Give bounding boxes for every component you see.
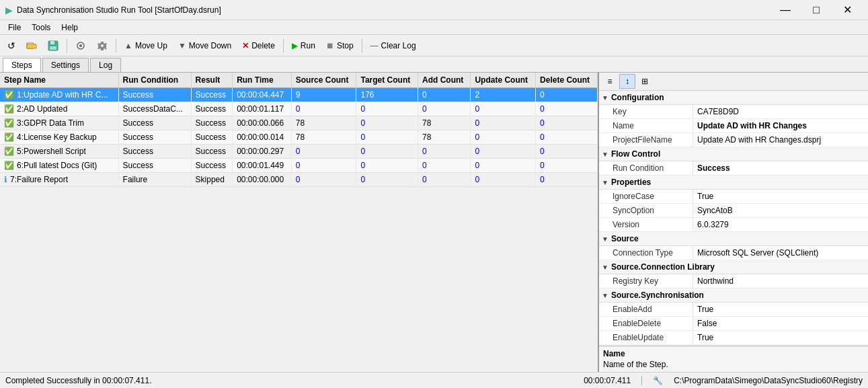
cell-source-count: 78: [291, 130, 356, 145]
save-button[interactable]: [43, 38, 63, 54]
status-separator: [641, 376, 642, 385]
properties-toolbar: ≡ ↕ ⊞: [599, 73, 868, 91]
prop-row: EnableUpdate True: [599, 331, 868, 345]
maximize-button[interactable]: □: [801, 0, 832, 20]
cell-add-count: 0: [418, 159, 471, 173]
run-label: Run: [301, 41, 315, 50]
table-row[interactable]: ✅2:AD Updated SuccessDataC... Success 00…: [0, 102, 598, 116]
table-row[interactable]: ✅6:Pull latest Docs (Git) Success Succes…: [0, 159, 598, 173]
cell-delete-count: 0: [536, 88, 598, 102]
section-title: Source.Connection Library: [611, 262, 715, 272]
move-up-label: Move Up: [135, 41, 167, 50]
prop-value: Update AD with HR Changes.dsprj: [693, 133, 868, 147]
cell-target-count: 0: [356, 116, 418, 130]
section-title: Source: [611, 234, 639, 243]
prop-sort-button[interactable]: ↕: [619, 74, 635, 89]
cell-name: ✅1:Update AD with HR C...: [0, 88, 118, 102]
move-up-button[interactable]: ▲ Move Up: [120, 38, 172, 53]
table-row[interactable]: ✅1:Update AD with HR C... Success Succes…: [0, 88, 598, 102]
delete-icon: ✕: [242, 41, 249, 50]
table-row[interactable]: ✅4:License Key Backup Success Success 00…: [0, 130, 598, 145]
table-row[interactable]: ✅3:GDPR Data Trim Success Success 00:00:…: [0, 116, 598, 130]
prop-grid-button[interactable]: ⊞: [637, 74, 653, 89]
cell-run-time: 00:00:01.117: [233, 102, 292, 116]
section-flow-control[interactable]: ▼ Flow Control: [599, 147, 868, 161]
run-button[interactable]: ▶ Run: [287, 38, 320, 53]
delete-button[interactable]: ✕ Delete: [237, 38, 280, 53]
section-label: ▼ Flow Control: [599, 147, 868, 161]
section-source[interactable]: ▼ Source: [599, 232, 868, 246]
prop-row: Key CA7E8D9D: [599, 105, 868, 119]
config-button[interactable]: [92, 38, 112, 54]
section-configuration[interactable]: ▼ Configuration: [599, 91, 868, 105]
properties-button[interactable]: [71, 38, 91, 54]
section-source-synchronisation[interactable]: ▼ Source.Synchronisation: [599, 288, 868, 303]
menu-file[interactable]: File: [3, 22, 26, 34]
prop-list-button[interactable]: ≡: [602, 74, 618, 89]
table-row[interactable]: ℹ7:Failure Report Failure Skipped 00:00:…: [0, 173, 598, 187]
section-title: Properties: [611, 178, 651, 187]
cell-name: ✅5:Powershell Script: [0, 145, 118, 159]
prop-value: True: [693, 303, 868, 316]
minimize-button[interactable]: —: [770, 0, 801, 20]
svg-rect-3: [50, 46, 56, 50]
move-up-icon: ▲: [124, 41, 132, 50]
main-content: Step Name Run Condition Result Run Time …: [0, 73, 868, 372]
cell-add-count: 0: [418, 145, 471, 159]
prop-value: True: [693, 331, 868, 344]
cell-delete-count: 0: [536, 145, 598, 159]
cell-delete-count: 0: [536, 159, 598, 173]
section-properties[interactable]: ▼ Properties: [599, 176, 868, 190]
cell-add-count: 78: [418, 130, 471, 145]
clear-log-label: Clear Log: [381, 41, 416, 50]
refresh-button[interactable]: ↺: [3, 38, 20, 54]
right-panel: ≡ ↕ ⊞ ▼ Configuration Key CA7E8D9D Name …: [599, 73, 868, 372]
move-down-icon: ▼: [178, 41, 186, 50]
status-right: 00:00:07.411 🔧 C:\ProgramData\Simego\Dat…: [584, 376, 863, 385]
tab-log[interactable]: Log: [90, 58, 121, 72]
prop-key: ProjectFileName: [599, 133, 693, 147]
section-label: ▼ Source.Connection Library: [599, 260, 868, 274]
tab-steps[interactable]: Steps: [3, 58, 41, 72]
cell-run-time: 00:00:00.066: [233, 116, 292, 130]
name-desc-title: Name: [603, 349, 864, 358]
prop-row: Connection Type Microsoft SQL Server (SQ…: [599, 246, 868, 260]
col-run-time: Run Time: [233, 73, 292, 88]
row-status-icon: ✅: [4, 147, 14, 156]
open-button[interactable]: [22, 38, 42, 54]
table-body: ✅1:Update AD with HR C... Success Succes…: [0, 88, 598, 187]
run-icon: ▶: [292, 41, 298, 50]
col-add-count: Add Count: [418, 73, 471, 88]
prop-row: IgnoreCase True: [599, 190, 868, 204]
table-row[interactable]: ✅5:Powershell Script Success Success 00:…: [0, 145, 598, 159]
toolbar: ↺ ▲ Move Up ▼ Move Down ✕ De: [0, 35, 868, 56]
cell-run-condition: Success: [118, 88, 191, 102]
cell-run-condition: SuccessDataC...: [118, 102, 191, 116]
close-button[interactable]: ✕: [832, 0, 863, 20]
section-label: ▼ Source: [599, 232, 868, 245]
menu-tools[interactable]: Tools: [26, 22, 56, 34]
table-scroll[interactable]: Step Name Run Condition Result Run Time …: [0, 73, 598, 372]
cell-result: Success: [191, 102, 233, 116]
prop-key: EnableAdd: [599, 303, 693, 316]
cell-run-time: 00:00:00.014: [233, 130, 292, 145]
prop-value: Northwind: [693, 274, 868, 288]
clear-log-button[interactable]: — Clear Log: [366, 38, 421, 53]
prop-key: IgnoreCase: [599, 190, 693, 203]
cell-run-condition: Success: [118, 145, 191, 159]
prop-value: CA7E8D9D: [693, 105, 868, 118]
stop-button[interactable]: ⏹ Stop: [321, 38, 358, 53]
name-desc-text: Name of the Step.: [603, 360, 864, 369]
section-source-connection-library[interactable]: ▼ Source.Connection Library: [599, 260, 868, 274]
prop-value: SyncAtoB: [693, 204, 868, 217]
cell-update-count: 0: [471, 116, 536, 130]
section-label: ▼ Properties: [599, 176, 868, 189]
prop-row: EnableDelete False: [599, 317, 868, 331]
tab-settings[interactable]: Settings: [42, 58, 89, 72]
col-source-count: Source Count: [291, 73, 356, 88]
prop-key: EnableUpdate: [599, 331, 693, 344]
cell-result: Success: [191, 145, 233, 159]
menu-help[interactable]: Help: [56, 22, 83, 34]
move-down-button[interactable]: ▼ Move Down: [173, 38, 236, 53]
prop-key: Registry Key: [599, 274, 693, 288]
